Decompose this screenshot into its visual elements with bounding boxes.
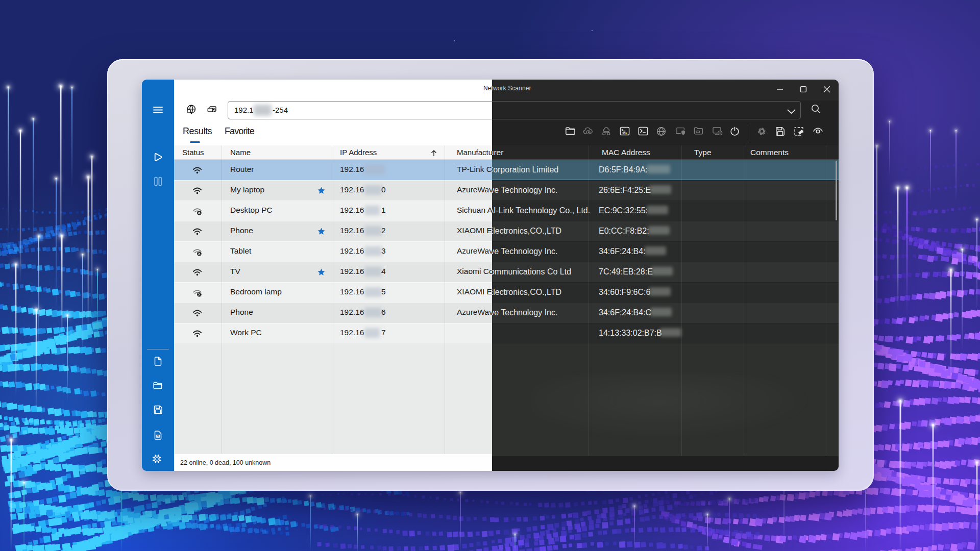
svg-text:SSH: SSH [622, 132, 627, 135]
